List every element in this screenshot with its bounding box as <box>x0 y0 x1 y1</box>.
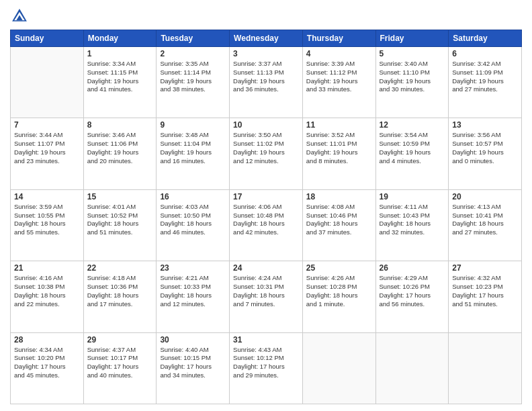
day-number: 9 <box>160 120 226 130</box>
calendar-cell: 16Sunrise: 4:03 AM Sunset: 10:50 PM Dayl… <box>157 189 230 261</box>
day-number: 19 <box>380 192 445 201</box>
day-info: Sunrise: 3:54 AM Sunset: 10:59 PM Daylig… <box>380 131 445 165</box>
day-number: 11 <box>306 120 372 130</box>
weekday-header-monday: Monday <box>83 30 157 47</box>
calendar-cell: 19Sunrise: 4:11 AM Sunset: 10:43 PM Dayl… <box>375 189 449 261</box>
calendar-week-row: 7Sunrise: 3:44 AM Sunset: 11:07 PM Dayli… <box>11 118 522 189</box>
weekday-header-sunday: Sunday <box>11 30 84 47</box>
day-info: Sunrise: 4:37 AM Sunset: 10:17 PM Daylig… <box>87 346 153 380</box>
day-number: 14 <box>14 192 80 201</box>
calendar-cell: 21Sunrise: 4:16 AM Sunset: 10:38 PM Dayl… <box>11 261 84 332</box>
day-info: Sunrise: 3:52 AM Sunset: 11:01 PM Daylig… <box>306 131 372 165</box>
day-info: Sunrise: 3:39 AM Sunset: 11:12 PM Daylig… <box>306 60 372 94</box>
day-number: 15 <box>87 192 153 201</box>
day-info: Sunrise: 4:18 AM Sunset: 10:36 PM Daylig… <box>87 274 153 308</box>
day-info: Sunrise: 3:46 AM Sunset: 11:06 PM Daylig… <box>87 131 153 165</box>
day-info: Sunrise: 3:56 AM Sunset: 10:57 PM Daylig… <box>452 131 518 165</box>
weekday-header-wednesday: Wednesday <box>230 30 303 47</box>
calendar-cell: 20Sunrise: 4:13 AM Sunset: 10:41 PM Dayl… <box>449 189 522 261</box>
calendar-cell: 2Sunrise: 3:35 AM Sunset: 11:14 PM Dayli… <box>157 47 230 118</box>
weekday-header-thursday: Thursday <box>302 30 375 47</box>
day-info: Sunrise: 3:59 AM Sunset: 10:55 PM Daylig… <box>14 203 80 237</box>
calendar-cell: 17Sunrise: 4:06 AM Sunset: 10:48 PM Dayl… <box>230 189 303 261</box>
weekday-header-row: SundayMondayTuesdayWednesdayThursdayFrid… <box>11 30 522 47</box>
day-number: 21 <box>14 263 80 273</box>
day-info: Sunrise: 4:26 AM Sunset: 10:28 PM Daylig… <box>306 274 372 308</box>
day-info: Sunrise: 4:13 AM Sunset: 10:41 PM Daylig… <box>452 203 518 237</box>
calendar-week-row: 21Sunrise: 4:16 AM Sunset: 10:38 PM Dayl… <box>11 261 522 332</box>
calendar-cell <box>302 332 375 404</box>
day-number: 13 <box>452 120 518 130</box>
day-number: 5 <box>380 49 445 58</box>
calendar-cell: 25Sunrise: 4:26 AM Sunset: 10:28 PM Dayl… <box>302 261 375 332</box>
day-number: 12 <box>380 120 445 130</box>
calendar-cell: 27Sunrise: 4:32 AM Sunset: 10:23 PM Dayl… <box>449 261 522 332</box>
day-number: 31 <box>233 335 299 345</box>
day-number: 10 <box>233 120 299 130</box>
weekday-header-saturday: Saturday <box>449 30 522 47</box>
calendar-cell: 29Sunrise: 4:37 AM Sunset: 10:17 PM Dayl… <box>83 332 157 404</box>
calendar-cell: 10Sunrise: 3:50 AM Sunset: 11:02 PM Dayl… <box>230 118 303 189</box>
logo <box>10 7 32 26</box>
calendar-cell: 28Sunrise: 4:34 AM Sunset: 10:20 PM Dayl… <box>11 332 84 404</box>
day-info: Sunrise: 4:43 AM Sunset: 10:12 PM Daylig… <box>233 346 299 380</box>
day-info: Sunrise: 4:32 AM Sunset: 10:23 PM Daylig… <box>452 274 518 308</box>
day-number: 29 <box>87 335 153 345</box>
day-number: 25 <box>306 263 372 273</box>
calendar-cell: 30Sunrise: 4:40 AM Sunset: 10:15 PM Dayl… <box>157 332 230 404</box>
calendar-cell: 11Sunrise: 3:52 AM Sunset: 11:01 PM Dayl… <box>302 118 375 189</box>
calendar-cell <box>375 332 449 404</box>
weekday-header-tuesday: Tuesday <box>157 30 230 47</box>
day-number: 6 <box>452 49 518 58</box>
calendar-week-row: 28Sunrise: 4:34 AM Sunset: 10:20 PM Dayl… <box>11 332 522 404</box>
day-info: Sunrise: 3:34 AM Sunset: 11:15 PM Daylig… <box>87 60 153 94</box>
calendar-cell: 8Sunrise: 3:46 AM Sunset: 11:06 PM Dayli… <box>83 118 157 189</box>
day-number: 16 <box>160 192 226 201</box>
calendar-week-row: 14Sunrise: 3:59 AM Sunset: 10:55 PM Dayl… <box>11 189 522 261</box>
day-number: 17 <box>233 192 299 201</box>
calendar-cell: 24Sunrise: 4:24 AM Sunset: 10:31 PM Dayl… <box>230 261 303 332</box>
day-number: 20 <box>452 192 518 201</box>
day-number: 8 <box>87 120 153 130</box>
calendar-cell: 26Sunrise: 4:29 AM Sunset: 10:26 PM Dayl… <box>375 261 449 332</box>
calendar-cell: 13Sunrise: 3:56 AM Sunset: 10:57 PM Dayl… <box>449 118 522 189</box>
day-info: Sunrise: 3:35 AM Sunset: 11:14 PM Daylig… <box>160 60 226 94</box>
day-info: Sunrise: 4:08 AM Sunset: 10:46 PM Daylig… <box>306 203 372 237</box>
day-info: Sunrise: 4:16 AM Sunset: 10:38 PM Daylig… <box>14 274 80 308</box>
calendar-cell: 14Sunrise: 3:59 AM Sunset: 10:55 PM Dayl… <box>11 189 84 261</box>
header <box>10 7 522 26</box>
day-info: Sunrise: 4:06 AM Sunset: 10:48 PM Daylig… <box>233 203 299 237</box>
calendar-cell: 9Sunrise: 3:48 AM Sunset: 11:04 PM Dayli… <box>157 118 230 189</box>
day-number: 24 <box>233 263 299 273</box>
day-number: 7 <box>14 120 80 130</box>
day-number: 2 <box>160 49 226 58</box>
day-number: 26 <box>380 263 445 273</box>
calendar-cell: 18Sunrise: 4:08 AM Sunset: 10:46 PM Dayl… <box>302 189 375 261</box>
calendar-cell: 12Sunrise: 3:54 AM Sunset: 10:59 PM Dayl… <box>375 118 449 189</box>
calendar-week-row: 1Sunrise: 3:34 AM Sunset: 11:15 PM Dayli… <box>11 47 522 118</box>
calendar-cell: 23Sunrise: 4:21 AM Sunset: 10:33 PM Dayl… <box>157 261 230 332</box>
page: SundayMondayTuesdayWednesdayThursdayFrid… <box>0 0 532 411</box>
day-info: Sunrise: 3:44 AM Sunset: 11:07 PM Daylig… <box>14 131 80 165</box>
calendar-cell: 15Sunrise: 4:01 AM Sunset: 10:52 PM Dayl… <box>83 189 157 261</box>
day-number: 1 <box>87 49 153 58</box>
calendar-cell <box>11 47 84 118</box>
day-info: Sunrise: 4:34 AM Sunset: 10:20 PM Daylig… <box>14 346 80 380</box>
day-info: Sunrise: 4:21 AM Sunset: 10:33 PM Daylig… <box>160 274 226 308</box>
calendar-cell: 1Sunrise: 3:34 AM Sunset: 11:15 PM Dayli… <box>83 47 157 118</box>
day-info: Sunrise: 4:03 AM Sunset: 10:50 PM Daylig… <box>160 203 226 237</box>
day-number: 23 <box>160 263 226 273</box>
calendar-cell: 4Sunrise: 3:39 AM Sunset: 11:12 PM Dayli… <box>302 47 375 118</box>
day-number: 3 <box>233 49 299 58</box>
day-number: 18 <box>306 192 372 201</box>
weekday-header-friday: Friday <box>375 30 449 47</box>
day-info: Sunrise: 4:11 AM Sunset: 10:43 PM Daylig… <box>380 203 445 237</box>
calendar-cell <box>449 332 522 404</box>
calendar-cell: 3Sunrise: 3:37 AM Sunset: 11:13 PM Dayli… <box>230 47 303 118</box>
day-info: Sunrise: 3:50 AM Sunset: 11:02 PM Daylig… <box>233 131 299 165</box>
day-info: Sunrise: 4:29 AM Sunset: 10:26 PM Daylig… <box>380 274 445 308</box>
calendar-table: SundayMondayTuesdayWednesdayThursdayFrid… <box>10 30 522 404</box>
calendar-cell: 31Sunrise: 4:43 AM Sunset: 10:12 PM Dayl… <box>230 332 303 404</box>
day-number: 27 <box>452 263 518 273</box>
day-number: 22 <box>87 263 153 273</box>
